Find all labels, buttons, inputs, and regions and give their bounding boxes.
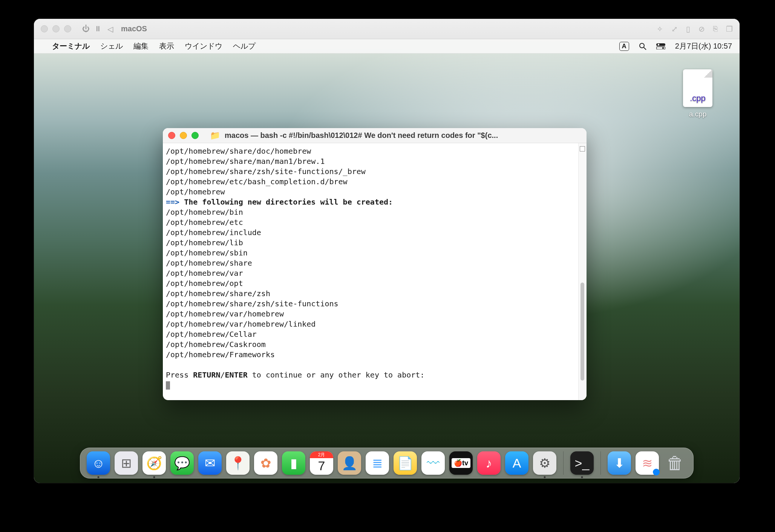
dock-separator — [563, 451, 564, 475]
vm-title: macOS — [121, 24, 147, 33]
dock: ☺⊞🧭💬✉📍✿▮2月7👤≣📄〰🍎tv♪A⚙>_⬇≋🗑 — [80, 448, 694, 478]
dock-contacts[interactable]: 👤 — [338, 451, 361, 475]
menu-view[interactable]: 表示 — [159, 41, 174, 51]
scrollbar-thumb[interactable] — [580, 283, 584, 381]
svg-rect-3 — [656, 47, 665, 49]
pause-icon[interactable]: ⏸ — [94, 24, 102, 33]
svg-rect-2 — [656, 43, 665, 46]
dock-mail[interactable]: ✉ — [198, 451, 222, 475]
file-name: a.cpp — [689, 110, 706, 118]
back-icon[interactable]: ◁ — [106, 24, 114, 34]
terminal-titlebar[interactable]: 📁 macos — bash -c #!/bin/bash\012\012# W… — [163, 128, 587, 143]
terminal-window: 📁 macos — bash -c #!/bin/bash\012\012# W… — [163, 128, 587, 400]
resize-icon[interactable]: ⤢ — [671, 24, 678, 34]
terminal-title: macos — bash -c #!/bin/bash\012\012# We … — [225, 131, 581, 140]
sparkle-icon[interactable]: ✧ — [657, 24, 663, 34]
menubar-datetime[interactable]: 2月7日(水) 10:57 — [675, 41, 732, 51]
control-center-icon[interactable] — [656, 43, 665, 49]
vm-window: ⏻ ⏸ ◁ macOS ✧ ⤢ ▯ ⊘ ⎘ ❐ ターミナル シェル 編集 表示 … — [34, 19, 740, 483]
dock-safari[interactable]: 🧭 — [142, 451, 166, 475]
menubar-app-name[interactable]: ターミナル — [52, 41, 90, 51]
dock-photos[interactable]: ✿ — [254, 451, 277, 475]
dock-downloads[interactable]: ⬇ — [608, 451, 631, 475]
dock-launchpad[interactable]: ⊞ — [115, 451, 138, 475]
vm-right-tools: ✧ ⤢ ▯ ⊘ ⎘ ❐ — [657, 24, 733, 34]
device-icon[interactable]: ▯ — [686, 24, 690, 34]
menubar: ターミナル シェル 編集 表示 ウインドウ ヘルプ A 2月7日(水) 10:5… — [34, 39, 740, 54]
nosign-icon[interactable]: ⊘ — [698, 24, 705, 34]
folder-out-icon[interactable]: ⎘ — [713, 24, 718, 34]
svg-point-5 — [662, 47, 664, 49]
dock-doc[interactable]: ≋ — [636, 451, 659, 475]
dock-terminal[interactable]: >_ — [570, 451, 594, 475]
menu-edit[interactable]: 編集 — [133, 41, 149, 51]
dock-trash[interactable]: 🗑 — [663, 451, 687, 475]
terminal-minimize-button[interactable] — [180, 132, 187, 139]
dock-freeform[interactable]: 〰 — [421, 451, 445, 475]
vm-titlebar: ⏻ ⏸ ◁ macOS ✧ ⤢ ▯ ⊘ ⎘ ❐ — [34, 19, 740, 39]
vm-close-button[interactable] — [41, 25, 48, 32]
terminal-output[interactable]: /opt/homebrew/share/doc/homebrew /opt/ho… — [163, 143, 587, 400]
power-icon[interactable]: ⏻ — [82, 24, 90, 33]
folder-icon: 📁 — [210, 131, 220, 141]
svg-point-0 — [640, 43, 644, 48]
terminal-zoom-button[interactable] — [191, 132, 199, 139]
file-extension-label: .cpp — [690, 93, 706, 103]
dock-facetime[interactable]: ▮ — [282, 451, 305, 475]
vm-minimize-button[interactable] — [52, 25, 60, 32]
menu-window[interactable]: ウインドウ — [185, 41, 222, 51]
dock-music[interactable]: ♪ — [477, 451, 501, 475]
terminal-close-button[interactable] — [168, 132, 175, 139]
svg-line-1 — [644, 47, 646, 50]
desktop-file[interactable]: .cpp a.cpp — [677, 69, 718, 118]
dock-separator — [600, 451, 601, 475]
dock-notes[interactable]: 📄 — [394, 451, 417, 475]
dock-appstore[interactable]: A — [505, 451, 528, 475]
spotlight-icon[interactable] — [639, 43, 646, 50]
dock-reminders[interactable]: ≣ — [366, 451, 389, 475]
dock-calendar[interactable]: 2月7 — [310, 451, 333, 475]
windows-icon[interactable]: ❐ — [726, 24, 733, 34]
file-icon: .cpp — [683, 69, 712, 107]
scrollbar-box-icon — [580, 146, 585, 151]
vm-traffic-lights[interactable] — [41, 25, 71, 32]
dock-tv[interactable]: 🍎tv — [449, 451, 473, 475]
svg-point-4 — [658, 44, 659, 45]
dock-finder[interactable]: ☺ — [87, 451, 110, 475]
vm-zoom-button[interactable] — [64, 25, 71, 32]
dock-settings[interactable]: ⚙ — [533, 451, 556, 475]
menu-shell[interactable]: シェル — [100, 41, 123, 51]
terminal-scrollbar[interactable] — [578, 143, 587, 400]
dock-maps[interactable]: 📍 — [226, 451, 250, 475]
guest-screen: ターミナル シェル 編集 表示 ウインドウ ヘルプ A 2月7日(水) 10:5… — [34, 39, 740, 483]
menu-help[interactable]: ヘルプ — [233, 41, 256, 51]
dock-messages[interactable]: 💬 — [170, 451, 194, 475]
input-source-indicator[interactable]: A — [619, 42, 629, 51]
